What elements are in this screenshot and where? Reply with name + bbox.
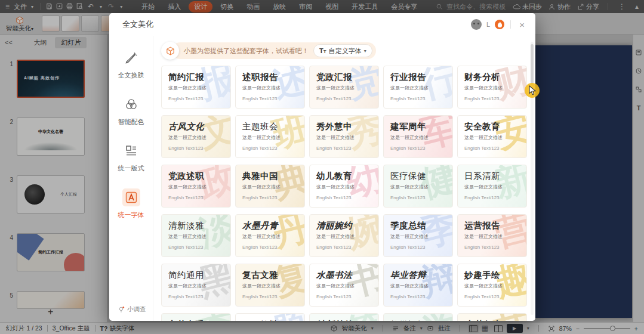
card-description: 这是一段正文描述 (390, 283, 446, 289)
card-description: 这是一段正文描述 (464, 85, 520, 91)
card-title: 运营报告 (464, 220, 520, 231)
font-theme-card-水墨书法[interactable]: 书水墨书法这是一段正文描述English Text/123 (309, 264, 379, 307)
font-theme-grid: 报简约汇报这是一段正文描述English Text/123述述职报告这是一段正文… (161, 66, 528, 321)
card-english-sample: English Text/123 (168, 146, 224, 151)
card-title: 主题班会 (242, 121, 298, 132)
card-title: 简约通用 (168, 270, 224, 281)
card-description: 这是一段正文描述 (242, 85, 298, 91)
layout-icon (122, 142, 140, 160)
font-theme-card-医疗保健[interactable]: 健医疗保健这是一段正文描述English Text/123 (383, 165, 453, 208)
avatar[interactable] (471, 19, 482, 30)
card-description: 这是一段正文描述 (464, 184, 520, 190)
card-title: 复古文雅 (242, 270, 298, 281)
card-title: 季度总结 (390, 220, 446, 231)
card-title: 述职报告 (242, 72, 298, 83)
sidebar-item-label: 统一版式 (118, 164, 144, 173)
card-english-sample: English Text/123 (390, 195, 446, 200)
card-english-sample: English Text/123 (464, 96, 520, 101)
card-english-sample: English Text/123 (242, 96, 298, 101)
assistant-cube-icon (161, 42, 179, 60)
card-description: 这是一段正文描述 (242, 233, 298, 240)
font-theme-card-古风文化[interactable]: 文古风文化这是一段正文描述English Text/123 (161, 115, 231, 158)
card-title: 文艺森系 (168, 319, 224, 321)
card-title: 建军周年 (390, 121, 446, 132)
dialog-header: 全文美化 L × (109, 13, 535, 36)
font-theme-card-财务分析[interactable]: 财财务分析这是一段正文描述English Text/123 (457, 66, 527, 109)
card-english-sample: English Text/123 (242, 245, 298, 250)
font-theme-card-水墨丹青[interactable]: 丹水墨丹青这是一段正文描述English Text/123 (235, 214, 305, 257)
mouse-cursor (529, 85, 537, 98)
card-english-sample: English Text/123 (390, 96, 446, 101)
sidebar-item-统一版式[interactable]: 统一版式 (118, 142, 144, 173)
card-description: 这是一段正文描述 (390, 85, 446, 91)
card-description: 这是一段正文描述 (168, 184, 224, 190)
card-english-sample: English Text/123 (242, 146, 298, 151)
card-description: 这是一段正文描述 (390, 233, 446, 240)
survey-link[interactable]: 小调查 (118, 305, 146, 314)
font-theme-card-清丽婉约[interactable]: 婉清丽婉约这是一段正文描述English Text/123 (309, 214, 379, 257)
card-title: 古风文化 (168, 121, 224, 132)
font-theme-card-妙趣手绘[interactable]: 趣妙趣手绘这是一段正文描述English Text/123 (457, 264, 527, 307)
card-title: 幼儿教育 (316, 171, 372, 182)
sidebar-item-全文换肤[interactable]: 全文换肤 (118, 49, 144, 80)
font-theme-card-简约汇报[interactable]: 报简约汇报这是一段正文描述English Text/123 (161, 66, 231, 109)
font-theme-card-文艺复古[interactable]: 艺文艺复古这是一段正文描述English Text/123 (457, 313, 527, 321)
card-description: 这是一段正文描述 (316, 85, 372, 91)
font-theme-card-文艺森系[interactable]: 森文艺森系这是一段正文描述English Text/123 (161, 313, 231, 321)
font-theme-card-述职报告[interactable]: 述述职报告这是一段正文描述English Text/123 (235, 66, 305, 109)
sidebar-item-统一字体[interactable]: 统一字体 (118, 188, 144, 219)
dialog-content: 小墨为您提供了这些配套字体，试试看吧！ TT 自定义字体 ▾ 报简约汇报这是一段… (153, 36, 535, 321)
card-title: 毕业答辩 (390, 270, 446, 281)
card-english-sample: English Text/123 (316, 146, 372, 151)
card-title: 清新淡雅 (168, 220, 224, 231)
font-theme-card-清新简约[interactable]: 简清新简约这是一段正文描述English Text/123 (309, 313, 379, 321)
custom-font-label: 自定义字体 (329, 47, 362, 55)
card-title: 水墨丹青 (242, 220, 298, 231)
card-description: 这是一段正文描述 (168, 134, 224, 141)
font-theme-card-开题答辩[interactable]: 题开题答辩这是一段正文描述English Text/123 (235, 313, 305, 321)
card-title: 财务分析 (464, 72, 520, 83)
card-title: 安全教育 (464, 121, 520, 132)
card-title: 行业报告 (390, 72, 446, 83)
card-title: 典雅中国 (242, 171, 298, 182)
font-theme-card-毕业答辩[interactable]: 辩毕业答辩这是一段正文描述English Text/123 (383, 264, 453, 307)
font-theme-card-清新淡雅[interactable]: 淡清新淡雅这是一段正文描述English Text/123 (161, 214, 231, 257)
card-english-sample: English Text/123 (168, 96, 224, 101)
font-theme-card-简约通用[interactable]: 黑简约通用这是一段正文描述English Text/123 (161, 264, 231, 307)
font-theme-card-运营报告[interactable]: 营运营报告这是一段正文描述English Text/123 (457, 214, 527, 257)
font-theme-card-日系清新[interactable]: 新日系清新这是一段正文描述English Text/123 (457, 165, 527, 208)
font-theme-card-教学汇报[interactable]: 学教学汇报这是一段正文描述English Text/123 (383, 313, 453, 321)
flame-badge-icon[interactable] (495, 20, 504, 29)
scrollbar-thumb[interactable] (531, 44, 534, 84)
font-theme-card-建军周年[interactable]: 军建军周年这是一段正文描述English Text/123 (383, 115, 453, 158)
card-title: 清丽婉约 (316, 220, 372, 231)
card-english-sample: English Text/123 (242, 294, 298, 299)
card-title: 清新简约 (316, 319, 372, 321)
card-description: 这是一段正文描述 (316, 283, 372, 289)
card-english-sample: English Text/123 (316, 195, 372, 200)
font-theme-card-主题班会[interactable]: 班主题班会这是一段正文描述English Text/123 (235, 115, 305, 158)
sidebar-item-label: 全文换肤 (118, 71, 144, 80)
font-theme-card-行业报告[interactable]: 行行业报告这是一段正文描述English Text/123 (383, 66, 453, 109)
font-theme-card-幼儿教育[interactable]: 幼幼儿教育这是一段正文描述English Text/123 (309, 165, 379, 208)
font-theme-card-秀外慧中[interactable]: 秀秀外慧中这是一段正文描述English Text/123 (309, 115, 379, 158)
card-english-sample: English Text/123 (464, 245, 520, 250)
divider (510, 20, 511, 29)
font-icon: TT (319, 47, 326, 54)
font-theme-card-复古文雅[interactable]: 复复古文雅这是一段正文描述English Text/123 (235, 264, 305, 307)
custom-font-dropdown[interactable]: TT 自定义字体 ▾ (313, 44, 372, 57)
font-theme-card-典雅中国[interactable]: 典典雅中国这是一段正文描述English Text/123 (235, 165, 305, 208)
sidebar-item-label: 统一字体 (118, 211, 144, 219)
font-theme-card-安全教育[interactable]: 安安全教育这是一段正文描述English Text/123 (457, 115, 527, 158)
sidebar-item-智能配色[interactable]: 智能配色 (118, 95, 144, 126)
card-description: 这是一段正文描述 (242, 134, 298, 141)
font-theme-card-党政述职[interactable]: 政党政述职这是一段正文描述English Text/123 (161, 165, 231, 208)
caret-down-icon: ▾ (364, 48, 366, 54)
card-description: 这是一段正文描述 (242, 283, 298, 289)
card-description: 这是一段正文描述 (168, 85, 224, 91)
font-theme-card-党政汇报[interactable]: 党党政汇报这是一段正文描述English Text/123 (309, 66, 379, 109)
close-dialog-button[interactable]: × (517, 20, 527, 30)
card-english-sample: English Text/123 (316, 294, 372, 299)
font-theme-card-季度总结[interactable]: 季季度总结这是一段正文描述English Text/123 (383, 214, 453, 257)
card-description: 这是一段正文描述 (316, 184, 372, 190)
